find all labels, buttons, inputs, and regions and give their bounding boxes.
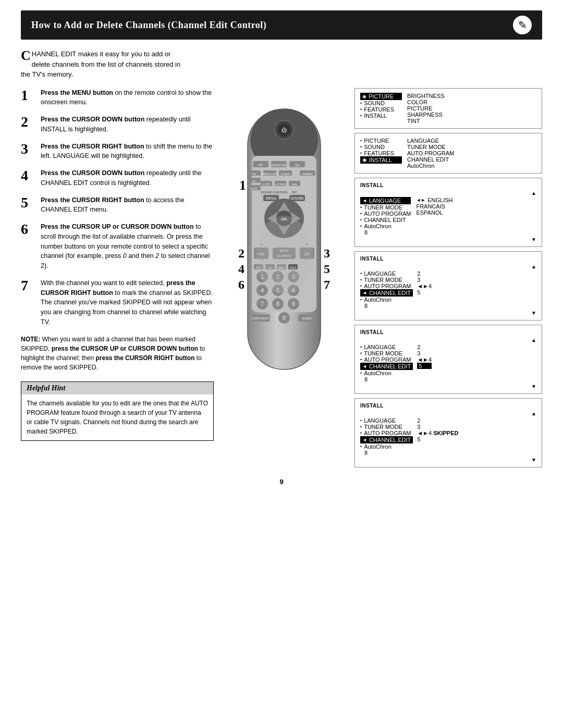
- svg-text:SOUND: SOUND: [290, 196, 303, 200]
- step-content-4: Press the CURSOR DOWN button repeatedly …: [41, 168, 214, 188]
- s4-val5: 5: [417, 289, 432, 295]
- header-icon: ✎: [513, 16, 532, 34]
- s2-features: •FEATURES: [360, 150, 402, 156]
- s4-auto: • AUTO PROGRAM: [360, 283, 413, 289]
- picture-menu-item-features: • FEATURES: [360, 106, 402, 113]
- svg-text:7: 7: [261, 301, 264, 307]
- note-label: NOTE:: [21, 336, 40, 343]
- svg-text:POSITION: POSITION: [272, 164, 287, 167]
- step-content-1: Press the MENU button on the remote cont…: [41, 88, 214, 108]
- svg-text:CONTROL: CONTROL: [273, 191, 288, 194]
- color-item: COLOR: [407, 99, 445, 105]
- step-1: 1 Press the MENU button on the remote co…: [21, 88, 214, 108]
- screen6-down-arrow: ▼: [360, 457, 536, 463]
- sharpness-label: SHARPNESS: [407, 112, 443, 118]
- helpful-hint-title-text: HELPFUL HINT: [27, 384, 65, 392]
- svg-text:TV: TV: [252, 172, 256, 176]
- svg-text:5: 5: [324, 262, 330, 276]
- picture-menu-item-install: • INSTALL: [360, 113, 402, 119]
- s3-tuner: • TUNER MODE: [360, 204, 411, 211]
- svg-text:8: 8: [276, 301, 279, 307]
- picture-menu-item-picture: ◉ PICTURE: [360, 93, 402, 100]
- helpful-hint-box: HELPFUL HINT The channels available for …: [21, 381, 214, 441]
- svg-text:AGE: AGE: [292, 183, 298, 186]
- bullet-features: •: [360, 107, 362, 112]
- picture-label: PICTURE: [369, 93, 394, 100]
- s2-auto-program: AUTO PROGRAM: [407, 150, 454, 156]
- right-column: ◉ PICTURE • SOUND • FEATURES • INSTALL: [354, 88, 542, 467]
- step-number-2: 2: [21, 115, 35, 134]
- remote-svg: ⏻ PP POSITION CE TV AV AUX PRESS: [232, 104, 336, 375]
- note-bold2: press the CUR­SOR RIGHT button: [95, 354, 194, 362]
- s5-val2: 2: [417, 344, 432, 350]
- install-menu-2: •PICTURE •SOUND •FEATURES ◉INSTALL LANGU…: [360, 138, 536, 169]
- s6-auto: • AUTO PROGRAM: [360, 430, 413, 436]
- svg-text:ACTIVE: ACTIVE: [276, 183, 286, 186]
- s5-8: 8: [360, 376, 413, 382]
- note-text: When you want to add a channel that has …: [21, 336, 205, 371]
- s5-val3: 3: [417, 350, 432, 356]
- screen5-right: 2 3 ◄►4 5: [417, 344, 432, 382]
- s3-language: ◄ LANGUAGE: [360, 197, 411, 204]
- screen4-down-arrow: ▼: [360, 310, 536, 316]
- sound-label: SOUND: [364, 100, 385, 106]
- svg-text:PRESS LIST: PRESS LIST: [262, 172, 277, 176]
- step-5: 5 Press the CURSOR RIGHT button to acces…: [21, 195, 214, 215]
- s3-auto: • AUTO PROGRAM: [360, 211, 411, 217]
- picture-menu: ◉ PICTURE • SOUND • FEATURES • INSTALL: [360, 93, 536, 124]
- intro-body: HANNEL EDIT makes it easy for you to add…: [21, 50, 180, 78]
- svg-text:4: 4: [261, 288, 264, 293]
- picture-menu-item-sound: • SOUND: [360, 100, 402, 106]
- svg-text:3: 3: [324, 246, 330, 260]
- step3-bold: Press the CURSOR RIGHT button: [41, 143, 144, 150]
- svg-text:MENU: MENU: [266, 196, 277, 200]
- svg-text:AUTO: AUTO: [263, 183, 270, 186]
- picture-sub-item: PICTURE: [407, 105, 445, 112]
- s6-8: 8: [360, 450, 413, 456]
- color-label: COLOR: [407, 99, 427, 105]
- s4-language: • LANGUAGE: [360, 270, 413, 277]
- tint-label: TINT: [407, 118, 420, 124]
- svg-text:CE: CE: [295, 164, 299, 167]
- menu-screen-5: INSTALL ▲ • LANGUAGE • TUNER MODE • AUTO…: [354, 325, 542, 394]
- screen3-right: ◄► ENGLISH FRANCAIS ESPANOL: [416, 197, 452, 236]
- step-content-5: Press the CURSOR RIGHT button to access …: [41, 195, 214, 215]
- s2-autoChron: AutoChron: [407, 163, 454, 169]
- menu-screen-3: INSTALL ▲ ◄ LANGUAGE • TUNER MODE • AUTO…: [354, 178, 542, 247]
- screen4-title: INSTALL: [360, 256, 536, 262]
- step1-bold: Press the MENU button: [41, 89, 113, 96]
- s2-install: ◉INSTALL: [360, 156, 402, 164]
- svg-text:7: 7: [324, 278, 330, 291]
- screen3-left: ◄ LANGUAGE • TUNER MODE • AUTO PROGRAM •…: [360, 197, 411, 236]
- s2-channel-edit: CHANNEL EDIT: [407, 156, 454, 163]
- s5-autochron: • AutoChron: [360, 370, 413, 376]
- s4-val2: 2: [417, 270, 432, 277]
- picture-sub-label: PICTURE: [407, 105, 432, 112]
- step-number-1: 1: [21, 88, 35, 108]
- step-content-3: Press the CURSOR RIGHT button to shift t…: [41, 142, 214, 162]
- picture-menu-right: BRIGHTNESS COLOR PICTURE SHARPNESS TINT: [407, 93, 445, 124]
- step-content-7: With the channel you want to edit select…: [41, 278, 214, 327]
- screen6-right: 2 3 ◄►4 SKIPPED 5: [417, 417, 458, 456]
- svg-text:PP: PP: [259, 164, 263, 167]
- step2-bold: Press the CURSOR DOWN button: [41, 116, 144, 123]
- sharpness-item: SHARPNESS: [407, 112, 445, 118]
- main-layout: 1 Press the MENU button on the remote co…: [21, 88, 542, 467]
- install-menu-right: LANGUAGE TUNER MODE AUTO PROGRAM CHANNEL…: [407, 138, 454, 169]
- step-content-2: Press the CURSOR DOWN button repeatedly …: [41, 115, 214, 134]
- screen5-down-arrow: ▼: [360, 384, 536, 389]
- menu-screen-6: INSTALL ▲ • LANGUAGE • TUNER MODE • AUTO…: [354, 398, 542, 467]
- s6-val2: 2: [417, 417, 458, 424]
- menu-screen-4: INSTALL ▲ • LANGUAGE • TUNER MODE • AUTO…: [354, 251, 542, 320]
- s4-8: 8: [360, 303, 413, 309]
- brightness-label: BRIGHTNESS: [407, 93, 445, 99]
- step-number-3: 3: [21, 142, 35, 162]
- svg-text:AV: AV: [252, 180, 256, 183]
- screen5-left: • LANGUAGE • TUNER MODE • AUTO PROGRAM ◄…: [360, 344, 413, 382]
- svg-text:9: 9: [292, 301, 295, 307]
- screen4-left: • LANGUAGE • TUNER MODE • AUTO PROGRAM ◄…: [360, 270, 413, 309]
- screen5-up-arrow: ▲: [360, 337, 536, 343]
- svg-text:PIC: PIC: [292, 191, 298, 194]
- s2-picture: •PICTURE: [360, 138, 402, 144]
- s2-sound: •SOUND: [360, 144, 402, 150]
